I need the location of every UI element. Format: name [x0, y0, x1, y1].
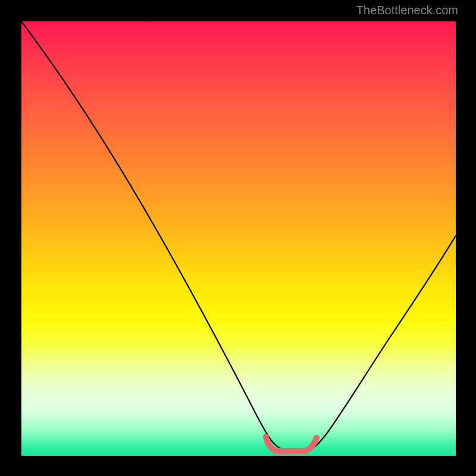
watermark-text: TheBottleneck.com: [356, 4, 458, 17]
min-plateau-marker: [21, 21, 456, 456]
chart-frame: TheBottleneck.com: [0, 0, 476, 476]
plot-area: [21, 21, 456, 456]
